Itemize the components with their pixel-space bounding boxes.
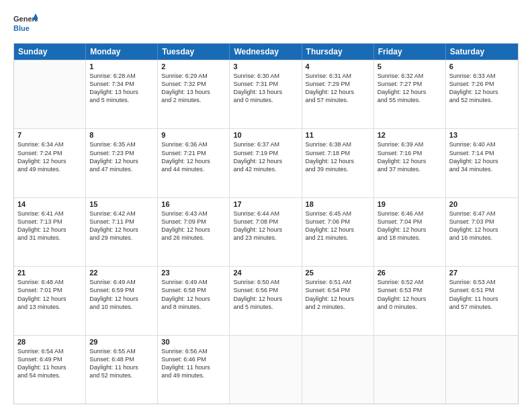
cell-info-line: Sunrise: 6:47 AM <box>449 210 515 218</box>
day-number: 26 <box>378 269 442 277</box>
day-cell-6: 6Sunrise: 6:33 AMSunset: 7:26 PMDaylight… <box>446 60 518 128</box>
cell-info-line: Daylight: 12 hours <box>233 295 298 303</box>
calendar-row-4: 28Sunrise: 6:54 AMSunset: 6:49 PMDayligh… <box>14 335 518 404</box>
calendar-row-1: 7Sunrise: 6:34 AMSunset: 7:24 PMDaylight… <box>14 128 518 197</box>
cell-info-line: and 0 minutes. <box>378 303 442 311</box>
day-cell-24: 24Sunrise: 6:50 AMSunset: 6:56 PMDayligh… <box>230 267 302 334</box>
cell-info-line: Daylight: 12 hours <box>161 157 226 165</box>
cell-info-line: Sunrise: 6:31 AM <box>306 72 370 80</box>
cell-info-line: Sunrise: 6:28 AM <box>89 72 154 80</box>
day-cell-11: 11Sunrise: 6:38 AMSunset: 7:18 PMDayligh… <box>302 129 374 197</box>
cell-info-line: Daylight: 12 hours <box>378 157 442 165</box>
cell-info-line: Sunset: 7:24 PM <box>17 149 82 157</box>
cell-info-line: and 52 minutes. <box>449 96 515 104</box>
cell-info-line: Sunrise: 6:54 AM <box>17 347 82 355</box>
day-number: 22 <box>89 269 154 277</box>
logo-svg: General Blue <box>13 12 38 36</box>
cell-info-line: Sunset: 7:34 PM <box>89 80 154 88</box>
cell-info-line: and 55 minutes. <box>378 96 442 104</box>
day-number: 15 <box>89 200 154 208</box>
empty-cell <box>230 336 302 404</box>
cell-info-line: Daylight: 12 hours <box>306 88 370 96</box>
cell-info-line: Daylight: 11 hours <box>161 363 226 371</box>
day-number: 7 <box>17 131 82 139</box>
svg-text:Blue: Blue <box>13 24 30 32</box>
cell-info-line: Sunrise: 6:32 AM <box>378 72 442 80</box>
cell-info-line: Daylight: 12 hours <box>449 226 515 234</box>
cell-info-line: and 18 minutes. <box>378 234 442 242</box>
day-cell-25: 25Sunrise: 6:51 AMSunset: 6:54 PMDayligh… <box>302 267 374 334</box>
cell-info-line: Sunrise: 6:33 AM <box>449 72 515 80</box>
cell-info-line: Sunset: 6:51 PM <box>449 286 515 294</box>
cell-info-line: and 2 minutes. <box>161 96 226 104</box>
cell-info-line: and 49 minutes. <box>17 165 82 173</box>
cell-info-line: Sunrise: 6:36 AM <box>161 140 226 148</box>
cell-info-line: Daylight: 12 hours <box>449 88 515 96</box>
cell-info-line: Sunrise: 6:38 AM <box>306 140 370 148</box>
cell-info-line: Daylight: 12 hours <box>378 88 442 96</box>
day-cell-5: 5Sunrise: 6:32 AMSunset: 7:27 PMDaylight… <box>374 60 446 128</box>
day-number: 4 <box>306 62 370 71</box>
cell-info-line: and 26 minutes. <box>161 234 226 242</box>
header: General Blue <box>13 12 519 36</box>
cell-info-line: Sunrise: 6:30 AM <box>233 72 298 80</box>
header-day-saturday: Saturday <box>446 44 518 60</box>
day-number: 3 <box>233 62 298 71</box>
calendar-header: SundayMondayTuesdayWednesdayThursdayFrid… <box>14 44 518 60</box>
header-day-monday: Monday <box>86 44 158 60</box>
cell-info-line: and 5 minutes. <box>233 303 298 311</box>
day-number: 12 <box>378 131 442 139</box>
cell-info-line: Daylight: 11 hours <box>449 295 515 303</box>
cell-info-line: Daylight: 11 hours <box>89 363 154 371</box>
cell-info-line: and 52 minutes. <box>89 371 154 379</box>
cell-info-line: Sunrise: 6:49 AM <box>89 278 154 286</box>
cell-info-line: Sunset: 6:48 PM <box>89 355 154 363</box>
cell-info-line: and 29 minutes. <box>89 234 154 242</box>
day-number: 19 <box>378 200 442 208</box>
day-cell-23: 23Sunrise: 6:49 AMSunset: 6:58 PMDayligh… <box>158 267 230 334</box>
cell-info-line: Sunset: 7:27 PM <box>378 80 442 88</box>
cell-info-line: Sunset: 7:32 PM <box>161 80 226 88</box>
day-cell-28: 28Sunrise: 6:54 AMSunset: 6:49 PMDayligh… <box>14 336 86 404</box>
day-number: 6 <box>449 62 515 71</box>
cell-info-line: and 54 minutes. <box>17 371 82 379</box>
cell-info-line: Sunrise: 6:44 AM <box>233 210 298 218</box>
cell-info-line: and 5 minutes. <box>89 96 154 104</box>
cell-info-line: Sunset: 7:08 PM <box>233 218 298 226</box>
day-cell-30: 30Sunrise: 6:56 AMSunset: 6:46 PMDayligh… <box>158 336 230 404</box>
cell-info-line: Daylight: 12 hours <box>449 157 515 165</box>
day-number: 8 <box>89 131 154 139</box>
cell-info-line: Daylight: 12 hours <box>378 226 442 234</box>
cell-info-line: Sunset: 7:09 PM <box>161 218 226 226</box>
cell-info-line: Sunset: 7:31 PM <box>233 80 298 88</box>
cell-info-line: and 42 minutes. <box>233 165 298 173</box>
cell-info-line: Sunset: 7:16 PM <box>378 149 442 157</box>
day-number: 25 <box>306 269 370 277</box>
day-cell-4: 4Sunrise: 6:31 AMSunset: 7:29 PMDaylight… <box>302 60 374 128</box>
day-number: 5 <box>378 62 442 71</box>
cell-info-line: Sunset: 7:23 PM <box>89 149 154 157</box>
cell-info-line: and 10 minutes. <box>89 303 154 311</box>
day-cell-22: 22Sunrise: 6:49 AMSunset: 6:59 PMDayligh… <box>86 267 158 334</box>
cell-info-line: Sunrise: 6:49 AM <box>161 278 226 286</box>
page: General Blue SundayMondayTuesdayWednesda… <box>0 0 532 411</box>
cell-info-line: Daylight: 12 hours <box>233 226 298 234</box>
cell-info-line: Sunrise: 6:35 AM <box>89 140 154 148</box>
cell-info-line: Sunset: 6:54 PM <box>306 286 370 294</box>
cell-info-line: and 47 minutes. <box>89 165 154 173</box>
day-number: 21 <box>17 269 82 277</box>
day-cell-12: 12Sunrise: 6:39 AMSunset: 7:16 PMDayligh… <box>374 129 446 197</box>
empty-cell <box>446 336 518 404</box>
cell-info-line: Sunset: 6:56 PM <box>233 286 298 294</box>
day-cell-7: 7Sunrise: 6:34 AMSunset: 7:24 PMDaylight… <box>14 129 86 197</box>
cell-info-line: and 23 minutes. <box>233 234 298 242</box>
day-cell-20: 20Sunrise: 6:47 AMSunset: 7:03 PMDayligh… <box>446 198 518 266</box>
day-cell-16: 16Sunrise: 6:43 AMSunset: 7:09 PMDayligh… <box>158 198 230 266</box>
day-number: 30 <box>161 338 226 346</box>
cell-info-line: Sunset: 7:03 PM <box>449 218 515 226</box>
cell-info-line: Daylight: 12 hours <box>306 226 370 234</box>
logo: General Blue <box>13 12 38 36</box>
day-number: 29 <box>89 338 154 346</box>
day-cell-19: 19Sunrise: 6:46 AMSunset: 7:04 PMDayligh… <box>374 198 446 266</box>
day-cell-17: 17Sunrise: 6:44 AMSunset: 7:08 PMDayligh… <box>230 198 302 266</box>
